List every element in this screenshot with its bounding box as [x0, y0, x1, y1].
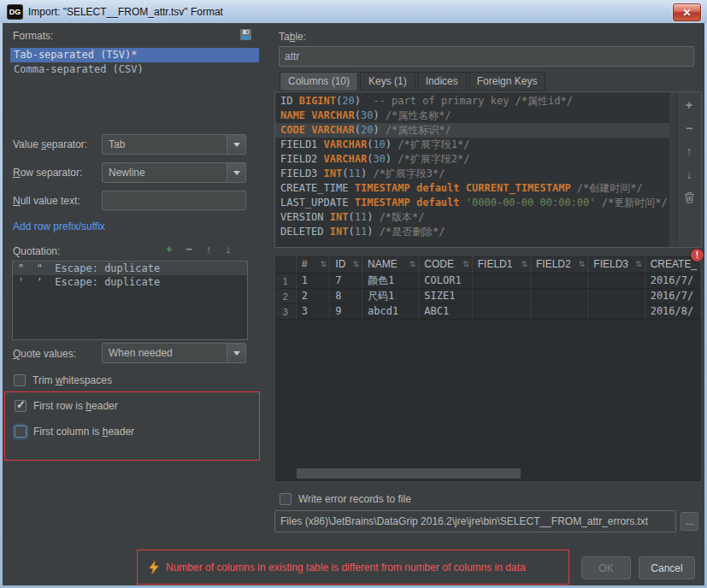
grid-cell[interactable]	[473, 289, 531, 304]
ddl-line[interactable]: FIELD3 INT(11) /*扩展字段3*/	[275, 167, 669, 181]
close-button[interactable]: ✕	[673, 3, 701, 21]
format-option[interactable]: Comma-separated (CSV)	[10, 62, 259, 77]
grid-cell[interactable]: 8	[330, 289, 362, 304]
grid-cell[interactable]: 尺码1	[362, 289, 419, 304]
grid-cell[interactable]	[588, 304, 645, 320]
datagrip-app-icon: DG	[8, 5, 22, 19]
ddl-line[interactable]: VERSION INT(11) /*版本*/	[275, 210, 669, 225]
tab-indices[interactable]: Indices	[417, 72, 467, 91]
columns-ddl-panel: ID BIGINT(20) -- part of primary key /*属…	[274, 91, 702, 248]
grid-cell[interactable]	[473, 304, 531, 320]
quote-values-select[interactable]: When needed	[102, 343, 246, 363]
ddl-line[interactable]: LAST_UPDATE TIMESTAMP default '0000-00-0…	[275, 196, 669, 210]
sort-icon[interactable]: ⇅	[521, 260, 527, 268]
tab-foreign-keys[interactable]: Foreign Keys	[468, 72, 546, 91]
grid-cell[interactable]: 1	[297, 273, 331, 289]
ddl-line[interactable]: CREATE_TIME TIMESTAMP default CURRENT_TI…	[275, 181, 669, 196]
first-column-header-label: First column is header	[33, 426, 134, 438]
grid-cell[interactable]: 2016/7/	[645, 273, 701, 289]
grid-column-header[interactable]: #⇅	[297, 256, 331, 273]
chevron-down-icon	[227, 344, 245, 362]
sort-icon[interactable]: ⇅	[462, 260, 469, 268]
grid-cell[interactable]: ABC1	[419, 304, 472, 320]
add-row-prefix-suffix-link[interactable]: Add row prefix/suffix	[13, 220, 105, 232]
write-error-records-checkbox[interactable]	[280, 493, 292, 505]
header-options-highlight-box: First row is header First column is head…	[4, 391, 260, 461]
cancel-button[interactable]: Cancel	[639, 556, 695, 579]
grid-cell[interactable]	[531, 289, 588, 304]
grid-cell[interactable]: SIZE1	[419, 289, 472, 304]
add-column-icon[interactable]: +	[681, 99, 697, 111]
move-column-down-icon[interactable]: ↓	[681, 168, 697, 180]
grid-cell[interactable]: 3	[297, 304, 331, 320]
move-down-icon[interactable]: ↓	[221, 244, 236, 256]
sort-icon[interactable]: ⇅	[352, 260, 359, 268]
null-value-input[interactable]	[102, 191, 246, 210]
grid-cell[interactable]: 7	[330, 273, 362, 289]
ddl-code-area: ID BIGINT(20) -- part of primary key /*属…	[275, 92, 669, 247]
remove-icon[interactable]: −	[181, 244, 197, 256]
row-number-gutter: 2	[275, 289, 297, 304]
ddl-line[interactable]: CODE VARCHAR(20) /*属性标识*/	[275, 123, 669, 138]
first-row-header-row: First row is header	[15, 400, 118, 412]
grid-column-header[interactable]: FIELD2⇅	[531, 256, 588, 273]
sort-icon[interactable]: ⇅	[635, 260, 642, 268]
first-column-header-checkbox[interactable]	[15, 426, 27, 438]
ddl-line[interactable]: ID BIGINT(20) -- part of primary key /*属…	[275, 94, 669, 109]
row-separator-select[interactable]: Newline	[102, 162, 246, 183]
quotation-list: " " Escape: duplicate' ' Escape: duplica…	[12, 261, 248, 340]
dialog-body: Formats: Tab-separated (TSV)*Comma-separ…	[3, 23, 704, 585]
trim-whitespaces-checkbox[interactable]	[14, 374, 26, 386]
delete-trash-icon[interactable]	[684, 191, 695, 206]
grid-cell[interactable]: 2016/7/	[645, 289, 701, 304]
grid-cell[interactable]	[531, 273, 588, 289]
quotation-label: Quotation:	[13, 245, 60, 257]
quotation-item[interactable]: " " Escape: duplicate	[13, 262, 247, 275]
title-bar[interactable]: DG Import: "SELECT__FROM_attr.tsv" Forma…	[0, 0, 707, 23]
table-row: 228尺码1SIZE12016/7/	[275, 289, 701, 304]
grid-column-header[interactable]: ID⇅	[330, 256, 362, 273]
sort-icon[interactable]: ⇅	[579, 260, 586, 268]
grid-column-header[interactable]: FIELD3⇅	[588, 256, 645, 273]
browse-file-button[interactable]: ...	[680, 512, 698, 531]
grid-cell[interactable]	[588, 273, 645, 289]
grid-column-header[interactable]: CODE⇅	[419, 256, 472, 273]
horizontal-scrollbar-thumb[interactable]	[297, 468, 521, 479]
first-row-header-checkbox[interactable]	[15, 400, 27, 412]
grid-cell[interactable]: COLOR1	[419, 273, 472, 289]
write-error-records-label: Write error records to file	[298, 493, 411, 505]
tab-columns-10-[interactable]: Columns (10)	[280, 72, 358, 91]
grid-cell[interactable]: 9	[330, 304, 362, 320]
format-option[interactable]: Tab-separated (TSV)*	[10, 48, 259, 62]
move-column-up-icon[interactable]: ↑	[681, 145, 697, 157]
grid-column-header[interactable]: NAME⇅	[362, 256, 419, 273]
quotation-item[interactable]: ' ' Escape: duplicate	[13, 275, 247, 289]
remove-column-icon[interactable]: −	[681, 122, 697, 134]
grid-cell[interactable]: 2016/8/	[645, 304, 701, 320]
quotation-toolbar: + − ↑ ↓	[162, 244, 236, 256]
grid-column-header[interactable]: FIELD1⇅	[473, 256, 531, 273]
grid-cell[interactable]	[588, 289, 645, 304]
row-separator-label: Row separator:	[13, 167, 82, 179]
sort-icon[interactable]: ⇅	[409, 260, 416, 268]
grid-cell[interactable]: abcd1	[362, 304, 419, 320]
grid-cell[interactable]	[473, 273, 531, 289]
ddl-line[interactable]: DELETED INT(11) /*是否删除*/	[275, 225, 669, 239]
ok-button[interactable]: OK	[581, 556, 631, 579]
grid-cell[interactable]: 颜色1	[362, 273, 419, 289]
ddl-scrollbar[interactable]	[669, 92, 676, 247]
error-file-path-input[interactable]	[274, 510, 676, 532]
ddl-line[interactable]: FIELD2 VARCHAR(30) /*扩展字段2*/	[275, 152, 669, 167]
save-format-icon[interactable]	[239, 28, 252, 44]
table-name-input[interactable]	[279, 46, 694, 67]
data-preview-grid: ! #⇅ID⇅NAME⇅CODE⇅FIELD1⇅FIELD2⇅FIELD3⇅CR…	[274, 255, 702, 482]
ddl-line[interactable]: FIELD1 VARCHAR(10) /*扩展字段1*/	[275, 138, 669, 152]
value-separator-select[interactable]: Tab	[102, 134, 246, 155]
sort-icon[interactable]: ⇅	[321, 260, 327, 268]
tab-keys-1-[interactable]: Keys (1)	[360, 72, 415, 91]
ddl-line[interactable]: NAME VARCHAR(30) /*属性名称*/	[275, 109, 669, 123]
move-up-icon[interactable]: ↑	[201, 244, 216, 256]
add-icon[interactable]: +	[162, 244, 177, 256]
grid-cell[interactable]: 2	[297, 289, 331, 304]
grid-cell[interactable]	[531, 304, 588, 320]
